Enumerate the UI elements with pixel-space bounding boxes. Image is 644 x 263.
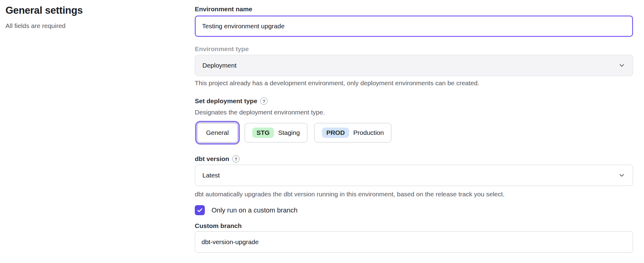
chevron-down-icon (618, 172, 625, 179)
section-intro: General settings All fields are required (5, 4, 176, 30)
custom-branch-toggle-label[interactable]: Only run on a custom branch (212, 206, 297, 214)
page-title: General settings (5, 4, 176, 17)
deployment-type-label: Set deployment type (195, 97, 257, 105)
deployment-type-general-label: General (206, 129, 229, 136)
environment-name-label: Environment name (195, 5, 633, 13)
dbt-version-value: Latest (202, 172, 618, 179)
general-settings-page: General settings All fields are required… (0, 0, 644, 263)
deployment-type-staging-button[interactable]: STG Staging (245, 123, 307, 142)
deployment-type-options: General STG Staging PROD Production (195, 121, 633, 146)
custom-branch-label: Custom branch (195, 222, 633, 230)
deployment-type-label-row: Set deployment type ? (195, 96, 633, 106)
stg-badge: STG (252, 128, 274, 138)
environment-type-select[interactable]: Deployment (195, 55, 633, 76)
deployment-type-helper: Designates the deployment environment ty… (195, 108, 633, 116)
custom-branch-toggle-row: Only run on a custom branch (195, 205, 633, 215)
dbt-version-helper: dbt automatically upgrades the dbt versi… (195, 190, 633, 198)
environment-type-helper: This project already has a development e… (195, 79, 633, 87)
page-subtitle: All fields are required (5, 22, 176, 30)
environment-name-input[interactable] (195, 16, 633, 37)
chevron-down-icon (618, 62, 625, 69)
settings-form: Environment name Environment type Deploy… (195, 0, 633, 253)
custom-branch-checkbox[interactable] (195, 205, 205, 215)
deployment-type-staging-label: Staging (278, 129, 300, 136)
help-icon[interactable]: ? (260, 97, 268, 105)
checkmark-icon (197, 207, 203, 213)
custom-branch-input[interactable] (195, 231, 633, 253)
dbt-version-label-row: dbt version ? (195, 154, 633, 163)
help-icon[interactable]: ? (232, 155, 240, 163)
deployment-type-general-button[interactable]: General (197, 123, 238, 142)
dbt-version-label: dbt version (195, 155, 229, 163)
dbt-version-select[interactable]: Latest (195, 165, 633, 186)
environment-type-value: Deployment (202, 62, 618, 69)
environment-type-label: Environment type (195, 45, 633, 53)
deployment-type-production-label: Production (353, 129, 384, 136)
deployment-type-production-button[interactable]: PROD Production (314, 123, 391, 142)
prod-badge: PROD (322, 128, 349, 138)
